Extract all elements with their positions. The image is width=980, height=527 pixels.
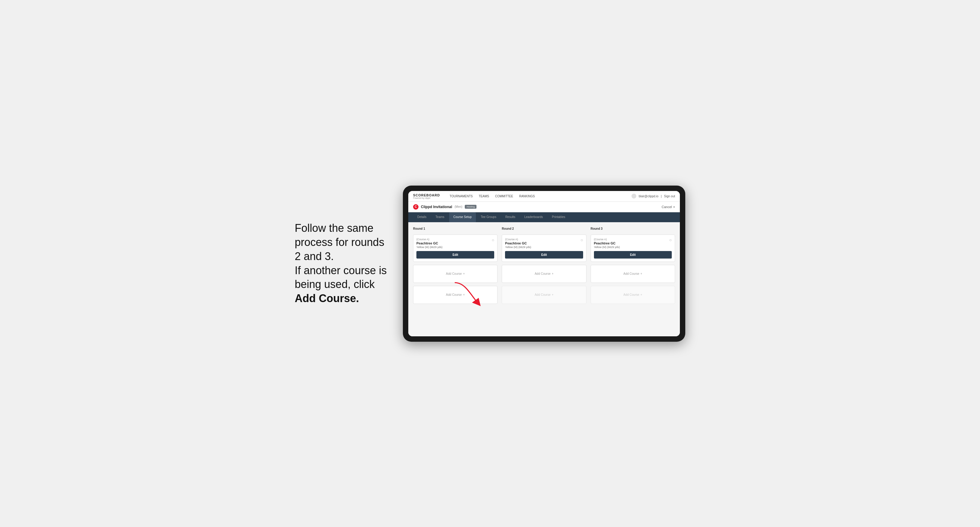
round-3-plus-icon-2: + (641, 293, 642, 296)
round-3-course-info: (Course A) Peachtree GC Yellow (M) (6629… (594, 238, 620, 251)
user-email: blair@clippd.io (639, 195, 659, 198)
tab-course-setup[interactable]: Course Setup (449, 212, 476, 222)
cancel-icon: × (673, 205, 675, 209)
nav-committee[interactable]: COMMITTEE (495, 195, 513, 198)
tab-details[interactable]: Details (413, 212, 431, 222)
round-2-plus-icon-2: + (552, 293, 554, 296)
clippd-logo: C (413, 204, 418, 210)
cancel-button[interactable]: Cancel × (662, 205, 675, 209)
tab-tee-groups[interactable]: Tee Groups (476, 212, 501, 222)
round-1-edit-button[interactable]: Edit (417, 251, 494, 259)
tab-teams[interactable]: Teams (431, 212, 449, 222)
round-1-add-course-2[interactable]: Add Course + (413, 286, 498, 304)
tournament-name: Clippd Invitational (421, 205, 452, 209)
round-1-card-header: (Course A) Peachtree GC Yellow (M) (6629… (417, 238, 494, 251)
round-1-course-info: (Course A) Peachtree GC Yellow (M) (6629… (417, 238, 442, 251)
round-1-course-tag: (Course A) (417, 238, 442, 241)
logo-area: SCOREBOARD Powered by clippd (413, 194, 440, 199)
tab-printables[interactable]: Printables (548, 212, 569, 222)
rounds-container: Round 1 (Course A) Peachtree GC Yellow (… (413, 227, 675, 304)
round-3-column: Round 3 (Course A) Peachtree GC Yellow (… (591, 227, 675, 304)
round-1-course-card: (Course A) Peachtree GC Yellow (M) (6629… (413, 235, 498, 262)
round-2-edit-button[interactable]: Edit (505, 251, 583, 259)
round-2-remove-button[interactable]: ○ (581, 238, 583, 242)
round-1-remove-button[interactable]: ○ (492, 238, 494, 242)
tablet-device: SCOREBOARD Powered by clippd TOURNAMENTS… (403, 186, 685, 342)
nav-rankings[interactable]: RANKINGS (519, 195, 535, 198)
round-3-remove-button[interactable]: ○ (669, 238, 672, 242)
nav-right: blair@clippd.io | Sign out (632, 194, 675, 198)
round-1-plus-icon-2: + (463, 293, 465, 296)
round-3-label: Round 3 (591, 227, 675, 230)
round-2-column: Round 2 (Course A) Peachtree GC Yellow (… (502, 227, 586, 304)
nav-tournaments[interactable]: TOURNAMENTS (449, 195, 473, 198)
user-avatar (632, 194, 636, 198)
logo-subtitle: Powered by clippd (413, 197, 440, 199)
round-2-add-course-text-2: Add Course + (535, 293, 554, 296)
round-2-label: Round 2 (502, 227, 586, 230)
nav-teams[interactable]: TEAMS (479, 195, 489, 198)
round-1-label: Round 1 (413, 227, 498, 230)
round-1-add-course-1[interactable]: Add Course + (413, 265, 498, 283)
round-2-add-course-2[interactable]: Add Course + (502, 286, 586, 304)
round-1-plus-icon-1: + (463, 272, 465, 275)
tab-leaderboards[interactable]: Leaderboards (520, 212, 547, 222)
instruction-text-content: Follow the same process for rounds 2 and… (295, 222, 387, 305)
round-1-add-course-text-1: Add Course + (446, 272, 465, 275)
round-3-add-course-2[interactable]: Add Course + (591, 286, 675, 304)
tab-bar: Details Teams Course Setup Tee Groups Re… (408, 212, 680, 222)
cancel-label: Cancel (662, 205, 672, 209)
scoreboard-logo: SCOREBOARD (413, 194, 440, 197)
sub-header-left: C Clippd Invitational (Men) Hosting (413, 204, 476, 210)
round-3-card-header: (Course A) Peachtree GC Yellow (M) (6629… (594, 238, 672, 251)
round-3-add-course-1[interactable]: Add Course + (591, 265, 675, 283)
sign-out-link[interactable]: Sign out (664, 195, 675, 198)
round-3-course-card: (Course A) Peachtree GC Yellow (M) (6629… (591, 235, 675, 262)
round-2-card-header: (Course A) Peachtree GC Yellow (M) (6629… (505, 238, 583, 251)
sub-header: C Clippd Invitational (Men) Hosting Canc… (408, 202, 680, 212)
round-3-course-details: Yellow (M) (6629 yds) (594, 246, 620, 249)
nav-separator: | (661, 195, 662, 198)
round-2-course-info: (Course A) Peachtree GC Yellow (M) (6629… (505, 238, 531, 251)
round-3-add-course-text-1: Add Course + (624, 272, 642, 275)
round-1-add-course-text-2: Add Course + (446, 293, 465, 296)
tab-results[interactable]: Results (501, 212, 519, 222)
round-2-plus-icon-1: + (552, 272, 554, 275)
top-navigation: SCOREBOARD Powered by clippd TOURNAMENTS… (408, 191, 680, 202)
instruction-panel: Follow the same process for rounds 2 and… (295, 221, 391, 306)
round-3-course-name: Peachtree GC (594, 241, 620, 245)
round-1-column: Round 1 (Course A) Peachtree GC Yellow (… (413, 227, 498, 304)
round-2-add-course-text-1: Add Course + (535, 272, 554, 275)
round-2-add-course-1[interactable]: Add Course + (502, 265, 586, 283)
round-3-plus-icon-1: + (641, 272, 642, 275)
hosting-badge: Hosting (465, 205, 476, 209)
main-content: Round 1 (Course A) Peachtree GC Yellow (… (408, 222, 680, 337)
round-3-add-course-text-2: Add Course + (624, 293, 642, 296)
add-course-emphasis: Add Course. (295, 292, 359, 305)
round-1-course-name: Peachtree GC (417, 241, 442, 245)
round-1-course-details: Yellow (M) (6629 yds) (417, 246, 442, 249)
round-2-course-card: (Course A) Peachtree GC Yellow (M) (6629… (502, 235, 586, 262)
round-3-edit-button[interactable]: Edit (594, 251, 672, 259)
round-2-course-details: Yellow (M) (6629 yds) (505, 246, 531, 249)
round-2-course-name: Peachtree GC (505, 241, 531, 245)
round-3-course-tag: (Course A) (594, 238, 620, 241)
tablet-screen: SCOREBOARD Powered by clippd TOURNAMENTS… (408, 191, 680, 337)
tournament-type: (Men) (455, 205, 462, 208)
nav-links: TOURNAMENTS TEAMS COMMITTEE RANKINGS (449, 195, 624, 198)
round-2-course-tag: (Course A) (505, 238, 531, 241)
